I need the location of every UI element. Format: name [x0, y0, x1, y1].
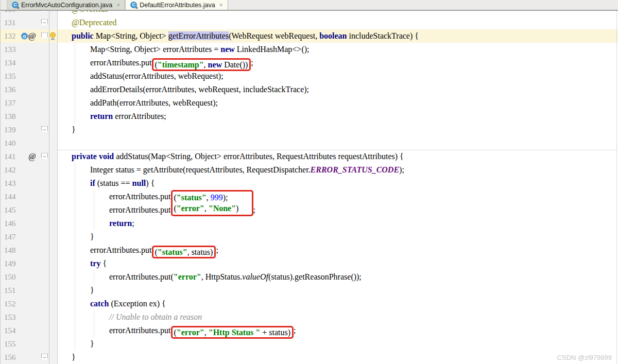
- gutter-line-134[interactable]: 134: [1, 56, 57, 70]
- code-line-133[interactable]: 133Map<String, Object> errorAttributes =…: [1, 43, 618, 56]
- gutter-line-144[interactable]: 144: [1, 190, 57, 203]
- code-token: // Unable to obtain a reason: [109, 313, 202, 321]
- gutter-line-149[interactable]: 149: [1, 257, 57, 270]
- gutter-line-132[interactable]: 132o↑@: [1, 29, 57, 43]
- fold-marker-icon[interactable]: −: [41, 19, 48, 27]
- java-class-icon: C: [12, 2, 19, 8]
- code-token: ;: [216, 246, 218, 254]
- gutter-line-133[interactable]: 133: [1, 43, 57, 56]
- gutter-icons: [21, 217, 57, 230]
- code-token: + status): [260, 328, 290, 337]
- gutter-line-142[interactable]: 142: [1, 163, 57, 177]
- line-number: 156: [1, 351, 21, 364]
- gutter-line-137[interactable]: 137: [1, 96, 57, 110]
- code-line-135[interactable]: 135addStatus(errorAttributes, webRequest…: [1, 70, 618, 83]
- code-line-144[interactable]: 144errorAttributes.put("status", 999);: [1, 190, 618, 203]
- code-line-149[interactable]: 149try {: [1, 257, 618, 270]
- gutter-line-140[interactable]: 140: [1, 136, 57, 150]
- code-line-145[interactable]: 145errorAttributes.put("error", "None");: [1, 203, 618, 217]
- code-line-132[interactable]: 132o↑@public Map<String, Object> getErro…: [1, 29, 618, 43]
- code-token: Map<String, Object> errorAttributes =: [90, 45, 220, 54]
- gutter-icons: @−: [21, 150, 57, 163]
- code-token: "error": [174, 272, 201, 281]
- gutter-line-136[interactable]: 136: [1, 83, 57, 96]
- code-line-148[interactable]: 148errorAttributes.put("status", status)…: [1, 244, 618, 257]
- code-line-140[interactable]: 140: [1, 136, 618, 150]
- code-line-154[interactable]: 154errorAttributes.put("error", "Http St…: [1, 324, 618, 337]
- fold-marker-icon[interactable]: [41, 32, 48, 40]
- gutter-line-138[interactable]: 138: [1, 110, 57, 123]
- code-line-142[interactable]: 142Integer status = getAttribute(request…: [1, 163, 618, 177]
- gutter-line-146[interactable]: 146: [1, 217, 57, 230]
- gutter-line-155[interactable]: 155: [1, 337, 57, 351]
- fold-marker-icon[interactable]: −: [41, 126, 48, 134]
- code-line-147[interactable]: 147}: [1, 230, 618, 244]
- code-line-136[interactable]: 136addErrorDetails(errorAttributes, webR…: [1, 83, 618, 96]
- code-token: errorAttributes.put: [90, 246, 152, 254]
- gutter-line-148[interactable]: 148: [1, 244, 57, 257]
- code-token: (Exception ex) {: [109, 299, 165, 308]
- gutter-line-131[interactable]: 131−: [1, 16, 57, 29]
- code-line-150[interactable]: 150errorAttributes.put("error", HttpStat…: [1, 270, 618, 284]
- tab-label: DefaultErrorAttributes.java: [140, 2, 215, 9]
- code-line-152[interactable]: 152catch (Exception ex) {: [1, 297, 618, 310]
- code-token: LinkedHashMap<>();: [235, 45, 310, 54]
- gutter-icons: [21, 110, 57, 123]
- gutter-line-156[interactable]: 156−: [1, 351, 57, 364]
- code-text: public Map<String, Object> getErrorAttri…: [57, 29, 618, 43]
- code-line-155[interactable]: 155}: [1, 337, 618, 351]
- code-token: ): [236, 204, 238, 213]
- code-token: addStatus(errorAttributes, webRequest);: [90, 72, 224, 80]
- tab-defaulterrorattributes-java[interactable]: CDefaultErrorAttributes.java×: [125, 0, 228, 10]
- gutter-icons: [21, 270, 57, 284]
- intention-bulb-icon[interactable]: [49, 32, 56, 40]
- fold-marker-icon[interactable]: −: [41, 354, 48, 361]
- code-token: addErrorDetails(errorAttributes, webRequ…: [90, 85, 309, 94]
- code-line-156[interactable]: 156−}: [1, 351, 618, 364]
- gutter-line-139[interactable]: 139−: [1, 123, 57, 136]
- gutter-line-141[interactable]: 141@−: [1, 150, 57, 163]
- tab-close-icon[interactable]: ×: [219, 2, 223, 8]
- line-number: 134: [1, 56, 21, 70]
- code-line-151[interactable]: 151}: [1, 284, 618, 297]
- code-text: }: [57, 230, 618, 244]
- gutter-icons: −: [21, 351, 57, 364]
- gutter-icons: −: [21, 16, 57, 29]
- code-line-153[interactable]: 153// Unable to obtain a reason: [1, 310, 618, 324]
- code-line-134[interactable]: 134errorAttributes.put("timestamp", new …: [1, 56, 618, 70]
- fold-marker-icon[interactable]: −: [41, 153, 48, 161]
- code-token: errorAttributes.put: [90, 58, 152, 67]
- code-line-138[interactable]: 138return errorAttributes;: [1, 110, 618, 123]
- line-number: 147: [1, 230, 21, 244]
- code-token: ;: [253, 205, 255, 214]
- gutter-icons: [21, 284, 57, 297]
- line-number: 151: [1, 284, 21, 297]
- code-line-146[interactable]: 146return;: [1, 217, 618, 230]
- code-token: }: [72, 353, 76, 361]
- code-line-141[interactable]: 141@−private void addStatus(Map<String, …: [1, 150, 618, 163]
- gutter-line-135[interactable]: 135: [1, 70, 57, 83]
- code-token: (status).getReasonPhrase());: [268, 272, 362, 281]
- annotation-red-box: ("status", 999);: [171, 190, 253, 203]
- tab-errormvcautoconfiguration-java[interactable]: CErrorMvcAutoConfiguration.java×: [7, 0, 125, 10]
- gutter-line-145[interactable]: 145: [1, 203, 57, 217]
- code-token: addStatus(Map<String, Object> errorAttri…: [116, 152, 404, 161]
- gutter-line-147[interactable]: 147: [1, 230, 57, 244]
- code-token: );: [399, 165, 404, 174]
- gutter-line-153[interactable]: 153: [1, 310, 57, 324]
- code-line-139[interactable]: 139−}: [1, 123, 618, 136]
- code-token: "status": [177, 193, 207, 202]
- code-token: boolean: [319, 31, 347, 40]
- code-token: return: [90, 112, 113, 120]
- code-line-131[interactable]: 131−@Deprecated: [1, 16, 618, 29]
- code-line-143[interactable]: 143if (status == null) {: [1, 177, 618, 190]
- gutter-line-143[interactable]: 143: [1, 177, 57, 190]
- gutter-line-154[interactable]: 154: [1, 324, 57, 337]
- tab-close-icon[interactable]: ×: [116, 2, 120, 8]
- code-line-137[interactable]: 137addPath(errorAttributes, webRequest);: [1, 96, 618, 110]
- gutter-line-152[interactable]: 152: [1, 297, 57, 310]
- code-token: );: [223, 193, 228, 202]
- gutter-line-151[interactable]: 151: [1, 284, 57, 297]
- code-text: }: [57, 351, 618, 364]
- gutter-line-150[interactable]: 150: [1, 270, 57, 284]
